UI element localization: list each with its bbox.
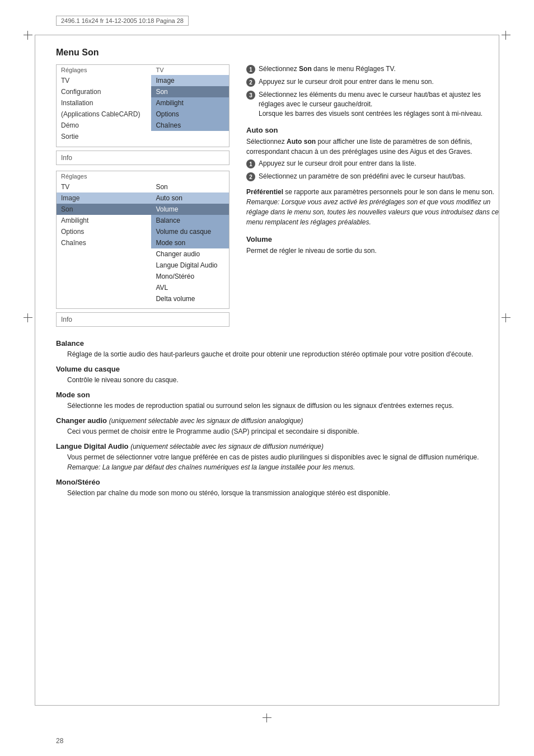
- main-content: Menu Son Réglages TV TV Image Configurat…: [56, 48, 506, 734]
- table-row: Configuration Son: [57, 86, 229, 97]
- monostereo-title: Mono/Stéréo: [56, 478, 506, 486]
- table-row: Chaînes Mode son: [57, 237, 229, 248]
- menu1-header-right: TV: [151, 65, 229, 76]
- autson-body: Sélectionnez Auto son pour afficher une …: [246, 137, 506, 157]
- menu2-right-volume: Volume: [151, 204, 229, 215]
- table-row: Mono/Stéréo: [57, 271, 229, 282]
- langueaudio-section: Langue Digital Audio (uniquement sélecta…: [56, 442, 506, 472]
- menu2-right-autson: Auto son: [151, 192, 229, 204]
- table-row: Changer audio: [57, 248, 229, 260]
- table-row: TV Son: [57, 181, 229, 192]
- table-row: Ambilight Balance: [57, 215, 229, 226]
- step-item-3: 3 Sélectionnez les éléments du menu avec…: [246, 90, 506, 118]
- modeson-section: Mode son Sélectionne les modes de reprod…: [56, 391, 506, 411]
- step-number-1: 1: [246, 65, 255, 74]
- autson-steps: 1 Appuyez sur le curseur droit pour entr…: [246, 159, 506, 181]
- menu2-left-empty3: [57, 271, 152, 282]
- autson-step-text-2: Sélectionnez un paramètre de son prédéfi…: [259, 172, 466, 181]
- table-row: Démo Chaînes: [57, 120, 229, 131]
- step-text-2: Appuyez sur le curseur droit pour entrer…: [259, 77, 434, 87]
- two-column-layout: Réglages TV TV Image Configuration Son I…: [56, 64, 506, 329]
- volcasque-title: Volume du casque: [56, 365, 506, 373]
- autson-step-1: 1 Appuyez sur le curseur droit pour entr…: [246, 159, 506, 168]
- table-row: (Applications CableCARD) Options: [57, 109, 229, 120]
- modeson-body: Sélectionne les modes de reproduction sp…: [67, 401, 506, 411]
- crosshair-top-right: [502, 31, 510, 40]
- modeson-title: Mode son: [56, 391, 506, 399]
- step-text-3: Sélectionnez les éléments du menu avec l…: [259, 90, 506, 118]
- table-row: Delta volume: [57, 293, 229, 304]
- langueaudio-title: Langue Digital Audio (uniquement sélecta…: [56, 442, 506, 450]
- menu1-row5-left: Démo: [57, 120, 152, 131]
- menu2-left-options: Options: [57, 226, 152, 237]
- menu2-right-son: Son: [151, 181, 229, 192]
- step-number-3: 3: [246, 91, 255, 100]
- balance-body: Réglage de la sortie audio des haut-parl…: [67, 349, 506, 359]
- autson-step-num-2: 2: [246, 172, 255, 181]
- volcasque-body: Contrôle le niveau sonore du casque.: [67, 375, 506, 385]
- bottom-sections: Balance Réglage de la sortie audio des h…: [56, 339, 506, 498]
- menu2-right-modeson: Mode son: [151, 237, 229, 248]
- table-row: Langue Digital Audio: [57, 260, 229, 271]
- table-row: AVL: [57, 282, 229, 293]
- table-row: Image Auto son: [57, 192, 229, 204]
- page-title: Menu Son: [56, 48, 506, 58]
- info-row-2: Info: [56, 312, 229, 327]
- menu2-left-chaines: Chaînes: [57, 237, 152, 248]
- menu1-row3-left: Installation: [57, 97, 152, 109]
- menu2-right-langueaudio: Langue Digital Audio: [151, 260, 229, 271]
- menu2-left-empty4: [57, 282, 152, 293]
- menu2-right-changeraudio: Changer audio: [151, 248, 229, 260]
- menu2-left-empty5: [57, 293, 152, 304]
- table-row: Son Volume: [57, 204, 229, 215]
- menu2-left-empty2: [57, 260, 152, 271]
- menu1-row3-right: Ambilight: [151, 97, 229, 109]
- page-number: 28: [56, 737, 63, 745]
- autson-step-text-1: Appuyez sur le curseur droit pour entrer…: [259, 159, 416, 168]
- menu2-right-monostereo: Mono/Stéréo: [151, 271, 229, 282]
- menu1-row6-left: Sortie: [57, 131, 152, 142]
- menu2-left-son: Son: [57, 204, 152, 215]
- menu1-row4-left: (Applications CableCARD): [57, 109, 152, 120]
- menu-table-2: Réglages TV Son Image Auto son Son Volum…: [56, 171, 229, 309]
- autson-step-num-1: 1: [246, 159, 255, 168]
- page-header: 2496.1 16x24 fr 14-12-2005 10:18 Pagina …: [56, 16, 189, 26]
- table-row: Options Volume du casque: [57, 226, 229, 237]
- step-number-2: 2: [246, 78, 255, 87]
- crosshair-mid-left: [24, 313, 32, 322]
- table-header-row: Réglages: [57, 171, 229, 181]
- autson-step-2: 2 Sélectionnez un paramètre de son prédé…: [246, 172, 506, 181]
- menu2-header-right: [151, 171, 229, 181]
- table-row: [57, 304, 229, 309]
- table-row: TV Image: [57, 75, 229, 86]
- steps-section-1: 1 Sélectionnez Son dans le menu Réglages…: [246, 64, 506, 118]
- top-border-line: [35, 35, 499, 35]
- table-header-row: Réglages TV: [57, 65, 229, 76]
- monostereo-section: Mono/Stéréo Sélection par chaîne du mode…: [56, 478, 506, 498]
- menu-table-1: Réglages TV TV Image Configuration Son I…: [56, 64, 229, 147]
- table-row: Installation Ambilight: [57, 97, 229, 109]
- autson-title: Auto son: [246, 126, 506, 134]
- step-item-1: 1 Sélectionnez Son dans le menu Réglages…: [246, 64, 506, 74]
- step-text-1: Sélectionnez Son dans le menu Réglages T…: [259, 64, 396, 74]
- menu1-row5-right: Chaînes: [151, 120, 229, 131]
- menu2-left-ambilight: Ambilight: [57, 215, 152, 226]
- menu1-row6-right: [151, 131, 229, 142]
- info-row-1: Info: [56, 151, 229, 165]
- changeraudio-title: Changer audio (uniquement sélectable ave…: [56, 416, 506, 425]
- balance-title: Balance: [56, 339, 506, 348]
- table-row: [57, 142, 229, 147]
- langueaudio-body: Vous permet de sélectionner votre langue…: [67, 452, 506, 472]
- menu2-left-empty1: [57, 248, 152, 260]
- menu2-right-deltavolume: Delta volume: [151, 293, 229, 304]
- volume-title: Volume: [246, 235, 506, 243]
- menu2-left-tv: TV: [57, 181, 152, 192]
- menu2-header-left: Réglages: [57, 171, 152, 181]
- menu1-row4-right: Options: [151, 109, 229, 120]
- menu1-row2-right: Son: [151, 86, 229, 97]
- menu1-header-left: Réglages: [57, 65, 152, 76]
- table-row: Sortie: [57, 131, 229, 142]
- left-border-line: [35, 35, 35, 706]
- changeraudio-section: Changer audio (uniquement sélectable ave…: [56, 416, 506, 436]
- menu2-right-balance: Balance: [151, 215, 229, 226]
